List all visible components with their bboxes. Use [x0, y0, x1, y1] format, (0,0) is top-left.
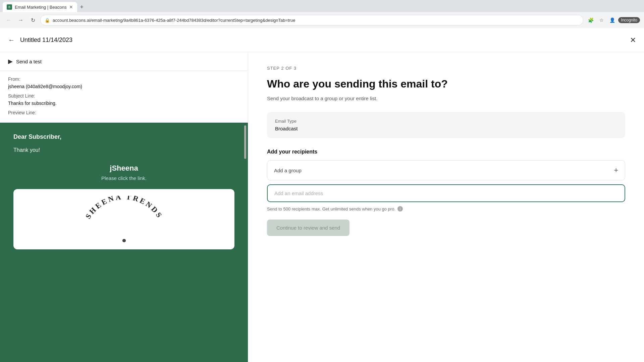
continue-button[interactable]: Continue to review and send [267, 220, 350, 236]
url-text: account.beacons.ai/email-marketing/9a4b8… [53, 18, 295, 23]
subject-row: Subject Line: [8, 93, 240, 99]
email-meta: From: jsheena (040a92e8@moodjoy.com) Sub… [0, 71, 248, 123]
preview-content: Dear Subscriber, Thank you! jSheena Plea… [0, 123, 248, 260]
tab-bar: B Email Marketing | Beacons ✕ + [3, 0, 86, 12]
right-panel: STEP 2 OF 3 Who are you sending this ema… [248, 52, 644, 362]
send-test-bar[interactable]: ▶ Send a test [0, 52, 248, 71]
svg-text:SHEENA TRENDS: SHEENA TRENDS [84, 196, 164, 220]
section-subtitle: Send your broadcast to a group or your e… [267, 96, 625, 101]
main-layout: ▶ Send a test From: jsheena (040a92e8@mo… [0, 52, 644, 362]
subject-value: Thanks for subscribing. [8, 101, 57, 106]
from-value-row: jsheena (040a92e8@moodjoy.com) [8, 83, 240, 89]
section-title: Who are you sending this email to? [267, 77, 625, 90]
add-group-label: Add a group [274, 168, 302, 173]
browser-frame: B Email Marketing | Beacons ✕ + ← → ↻ 🔒 … [0, 0, 644, 362]
email-address-input[interactable] [267, 184, 625, 202]
from-value: jsheena (040a92e8@moodjoy.com) [8, 84, 82, 89]
add-group-plus-icon: + [614, 166, 618, 175]
from-label: From: [8, 76, 20, 82]
email-type-card: Email Type Broadcast [267, 112, 625, 138]
app-header: ← Untitled 11/14/2023 ✕ [0, 28, 644, 52]
email-preview: Dear Subscriber, Thank you! jSheena Plea… [0, 123, 248, 362]
app-content: ← Untitled 11/14/2023 ✕ ▶ Send a test F [0, 28, 644, 362]
preview-body: Thank you! [13, 147, 234, 153]
back-button[interactable]: ← [8, 36, 15, 44]
tab-close-button[interactable]: ✕ [69, 4, 73, 10]
left-panel: ▶ Send a test From: jsheena (040a92e8@mo… [0, 52, 248, 362]
recipients-heading: Add your recipients [267, 149, 625, 155]
svg-point-1 [122, 239, 125, 242]
add-group-button[interactable]: Add a group + [267, 160, 625, 180]
preview-label: Preview Line: [8, 110, 36, 115]
send-test-label: Send a test [16, 59, 42, 64]
limit-text-content: Send to 500 recipients max. Get unlimite… [267, 206, 395, 212]
email-type-value: Broadcast [275, 126, 617, 131]
continue-label: Continue to review and send [276, 225, 340, 231]
send-test-icon: ▶ [8, 58, 13, 65]
reload-button[interactable]: ↻ [28, 15, 38, 25]
step-label: STEP 2 OF 3 [267, 66, 625, 71]
email-type-label: Email Type [275, 119, 617, 124]
subject-value-row: Thanks for subscribing. [8, 100, 240, 106]
sheena-trends-logo: SHEENA TRENDS [67, 196, 181, 243]
bookmark-button[interactable]: ☆ [597, 15, 606, 25]
browser-titlebar: B Email Marketing | Beacons ✕ + [0, 0, 644, 12]
page-title: Untitled 11/14/2023 [20, 37, 625, 44]
extensions-button[interactable]: 🧩 [586, 15, 595, 25]
incognito-badge: Incognito [618, 17, 640, 23]
scroll-track[interactable] [244, 123, 247, 362]
profile-button[interactable]: 👤 [607, 15, 617, 25]
address-bar[interactable]: 🔒 account.beacons.ai/email-marketing/9a4… [40, 15, 583, 25]
forward-nav-button[interactable]: → [16, 15, 25, 25]
tab-favicon: B [7, 4, 12, 10]
limit-text: Send to 500 recipients max. Get unlimite… [267, 206, 625, 212]
close-icon: ✕ [630, 36, 636, 45]
preview-link: Please click the link. [13, 175, 234, 181]
preview-dear: Dear Subscriber, [13, 133, 234, 140]
back-icon: ← [8, 36, 15, 44]
new-tab-button[interactable]: + [77, 2, 86, 12]
toolbar-actions: 🧩 ☆ 👤 Incognito [586, 15, 640, 25]
close-button[interactable]: ✕ [630, 36, 636, 45]
tab-title: Email Marketing | Beacons [15, 5, 66, 10]
back-nav-button[interactable]: ← [4, 15, 13, 25]
browser-toolbar: ← → ↻ 🔒 account.beacons.ai/email-marketi… [0, 12, 644, 28]
preview-card: SHEENA TRENDS [13, 189, 234, 249]
scroll-thumb[interactable] [244, 125, 246, 159]
subject-label: Subject Line: [8, 93, 35, 99]
info-icon[interactable]: i [397, 206, 403, 212]
preview-name: jSheena [13, 164, 234, 173]
active-tab[interactable]: B Email Marketing | Beacons ✕ [3, 2, 77, 12]
lock-icon: 🔒 [45, 18, 50, 23]
preview-row: Preview Line: [8, 110, 240, 116]
from-row: From: [8, 76, 240, 82]
